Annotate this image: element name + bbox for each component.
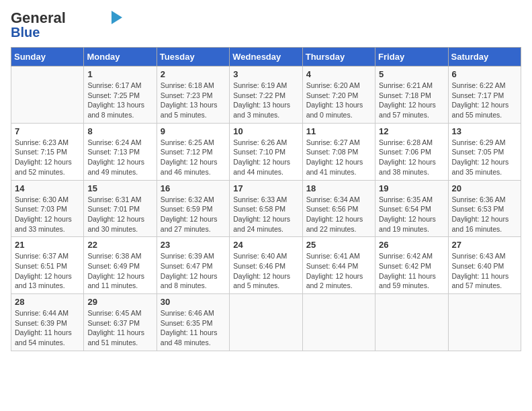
calendar-cell: 2Sunrise: 6:18 AM Sunset: 7:23 PM Daylig… (157, 66, 229, 124)
day-info: Sunrise: 6:35 AM Sunset: 6:54 PM Dayligh… (379, 195, 444, 234)
calendar-cell: 16Sunrise: 6:32 AM Sunset: 6:59 PM Dayli… (157, 180, 229, 237)
calendar-cell: 26Sunrise: 6:42 AM Sunset: 6:42 PM Dayli… (375, 237, 448, 294)
day-info: Sunrise: 6:38 AM Sunset: 6:49 PM Dayligh… (87, 251, 152, 291)
day-number: 7 (15, 126, 80, 136)
day-number: 18 (306, 183, 371, 193)
calendar-cell (375, 294, 448, 351)
day-number: 22 (87, 240, 152, 250)
day-info: Sunrise: 6:22 AM Sunset: 7:17 PM Dayligh… (452, 81, 517, 120)
weekday-header: Thursday (302, 48, 375, 66)
calendar-cell: 5Sunrise: 6:21 AM Sunset: 7:18 PM Daylig… (375, 66, 448, 124)
day-info: Sunrise: 6:39 AM Sunset: 6:47 PM Dayligh… (161, 251, 226, 291)
day-info: Sunrise: 6:42 AM Sunset: 6:42 PM Dayligh… (379, 251, 444, 291)
calendar-cell: 8Sunrise: 6:24 AM Sunset: 7:13 PM Daylig… (84, 123, 157, 180)
calendar-cell: 27Sunrise: 6:43 AM Sunset: 6:40 PM Dayli… (448, 237, 521, 294)
calendar-cell: 25Sunrise: 6:41 AM Sunset: 6:44 PM Dayli… (302, 237, 375, 294)
calendar-cell: 10Sunrise: 6:26 AM Sunset: 7:10 PM Dayli… (230, 123, 302, 180)
calendar-week-row: 14Sunrise: 6:30 AM Sunset: 7:03 PM Dayli… (11, 180, 521, 237)
calendar-cell (11, 66, 84, 124)
calendar-cell: 14Sunrise: 6:30 AM Sunset: 7:03 PM Dayli… (11, 180, 84, 237)
day-number: 14 (15, 183, 80, 193)
day-info: Sunrise: 6:43 AM Sunset: 6:40 PM Dayligh… (452, 251, 517, 291)
day-info: Sunrise: 6:27 AM Sunset: 7:08 PM Dayligh… (306, 138, 371, 177)
calendar-cell: 12Sunrise: 6:28 AM Sunset: 7:06 PM Dayli… (375, 123, 448, 180)
calendar-cell: 6Sunrise: 6:22 AM Sunset: 7:17 PM Daylig… (448, 66, 521, 124)
day-info: Sunrise: 6:25 AM Sunset: 7:12 PM Dayligh… (161, 138, 226, 177)
calendar-cell: 29Sunrise: 6:45 AM Sunset: 6:37 PM Dayli… (84, 294, 157, 351)
logo-text: General (11, 11, 66, 26)
day-number: 13 (452, 126, 517, 136)
calendar-table: SundayMondayTuesdayWednesdayThursdayFrid… (11, 47, 521, 351)
day-number: 12 (379, 126, 444, 136)
weekday-header: Saturday (448, 48, 521, 66)
day-number: 21 (15, 240, 80, 250)
calendar-cell (448, 294, 521, 351)
day-number: 28 (15, 297, 80, 307)
day-number: 19 (379, 183, 444, 193)
day-number: 20 (452, 183, 517, 193)
day-number: 3 (233, 69, 298, 79)
day-number: 30 (161, 297, 226, 307)
calendar-cell: 30Sunrise: 6:46 AM Sunset: 6:35 PM Dayli… (157, 294, 229, 351)
calendar-cell: 21Sunrise: 6:37 AM Sunset: 6:51 PM Dayli… (11, 237, 84, 294)
calendar-cell: 28Sunrise: 6:44 AM Sunset: 6:39 PM Dayli… (11, 294, 84, 351)
day-info: Sunrise: 6:36 AM Sunset: 6:53 PM Dayligh… (452, 195, 517, 234)
calendar-cell: 13Sunrise: 6:29 AM Sunset: 7:05 PM Dayli… (448, 123, 521, 180)
day-number: 2 (161, 69, 226, 79)
calendar-cell: 4Sunrise: 6:20 AM Sunset: 7:20 PM Daylig… (302, 66, 375, 124)
day-info: Sunrise: 6:23 AM Sunset: 7:15 PM Dayligh… (15, 138, 80, 177)
calendar-week-row: 28Sunrise: 6:44 AM Sunset: 6:39 PM Dayli… (11, 294, 521, 351)
day-info: Sunrise: 6:45 AM Sunset: 6:37 PM Dayligh… (87, 308, 152, 348)
weekday-header: Friday (375, 48, 448, 66)
calendar-cell: 22Sunrise: 6:38 AM Sunset: 6:49 PM Dayli… (84, 237, 157, 294)
weekday-header: Tuesday (157, 48, 229, 66)
page-header: General Blue (11, 11, 521, 39)
day-info: Sunrise: 6:20 AM Sunset: 7:20 PM Dayligh… (306, 81, 371, 120)
day-info: Sunrise: 6:30 AM Sunset: 7:03 PM Dayligh… (15, 195, 80, 234)
day-number: 6 (452, 69, 517, 79)
calendar-cell: 7Sunrise: 6:23 AM Sunset: 7:15 PM Daylig… (11, 123, 84, 180)
calendar-week-row: 21Sunrise: 6:37 AM Sunset: 6:51 PM Dayli… (11, 237, 521, 294)
day-number: 16 (161, 183, 226, 193)
day-number: 4 (306, 69, 371, 79)
day-info: Sunrise: 6:29 AM Sunset: 7:05 PM Dayligh… (452, 138, 517, 177)
calendar-cell (230, 294, 302, 351)
day-number: 25 (306, 240, 371, 250)
calendar-cell: 3Sunrise: 6:19 AM Sunset: 7:22 PM Daylig… (230, 66, 302, 124)
day-number: 27 (452, 240, 517, 250)
day-info: Sunrise: 6:44 AM Sunset: 6:39 PM Dayligh… (15, 308, 80, 348)
day-info: Sunrise: 6:33 AM Sunset: 6:58 PM Dayligh… (233, 195, 298, 234)
day-number: 1 (87, 69, 152, 79)
day-number: 8 (87, 126, 152, 136)
day-info: Sunrise: 6:26 AM Sunset: 7:10 PM Dayligh… (233, 138, 298, 177)
calendar-week-row: 7Sunrise: 6:23 AM Sunset: 7:15 PM Daylig… (11, 123, 521, 180)
day-info: Sunrise: 6:24 AM Sunset: 7:13 PM Dayligh… (87, 138, 152, 177)
day-info: Sunrise: 6:41 AM Sunset: 6:44 PM Dayligh… (306, 251, 371, 291)
day-number: 9 (161, 126, 226, 136)
day-info: Sunrise: 6:37 AM Sunset: 6:51 PM Dayligh… (15, 251, 80, 291)
day-info: Sunrise: 6:21 AM Sunset: 7:18 PM Dayligh… (379, 81, 444, 120)
day-info: Sunrise: 6:17 AM Sunset: 7:25 PM Dayligh… (87, 81, 152, 120)
calendar-cell: 24Sunrise: 6:40 AM Sunset: 6:46 PM Dayli… (230, 237, 302, 294)
calendar-cell: 1Sunrise: 6:17 AM Sunset: 7:25 PM Daylig… (84, 66, 157, 124)
calendar-cell: 17Sunrise: 6:33 AM Sunset: 6:58 PM Dayli… (230, 180, 302, 237)
day-info: Sunrise: 6:40 AM Sunset: 6:46 PM Dayligh… (233, 251, 298, 291)
weekday-header: Monday (84, 48, 157, 66)
calendar-cell: 11Sunrise: 6:27 AM Sunset: 7:08 PM Dayli… (302, 123, 375, 180)
calendar-cell: 23Sunrise: 6:39 AM Sunset: 6:47 PM Dayli… (157, 237, 229, 294)
weekday-header: Sunday (11, 48, 84, 66)
calendar-cell: 19Sunrise: 6:35 AM Sunset: 6:54 PM Dayli… (375, 180, 448, 237)
day-number: 11 (306, 126, 371, 136)
day-info: Sunrise: 6:46 AM Sunset: 6:35 PM Dayligh… (161, 308, 226, 348)
calendar-cell (302, 294, 375, 351)
day-info: Sunrise: 6:18 AM Sunset: 7:23 PM Dayligh… (161, 81, 226, 120)
calendar-cell: 15Sunrise: 6:31 AM Sunset: 7:01 PM Dayli… (84, 180, 157, 237)
header-row: SundayMondayTuesdayWednesdayThursdayFrid… (11, 48, 521, 66)
calendar-cell: 18Sunrise: 6:34 AM Sunset: 6:56 PM Dayli… (302, 180, 375, 237)
calendar-cell: 20Sunrise: 6:36 AM Sunset: 6:53 PM Dayli… (448, 180, 521, 237)
calendar-week-row: 1Sunrise: 6:17 AM Sunset: 7:25 PM Daylig… (11, 66, 521, 124)
day-number: 10 (233, 126, 298, 136)
day-number: 23 (161, 240, 226, 250)
day-info: Sunrise: 6:19 AM Sunset: 7:22 PM Dayligh… (233, 81, 298, 120)
day-number: 26 (379, 240, 444, 250)
